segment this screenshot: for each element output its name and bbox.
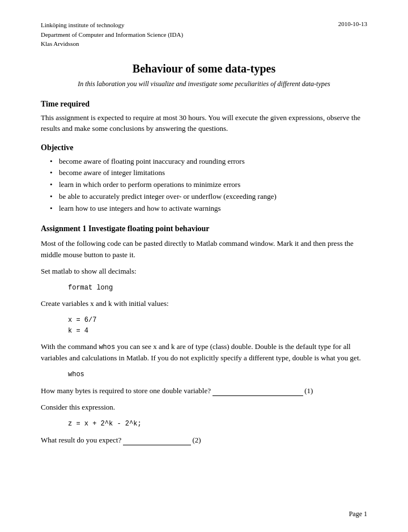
list-item: learn how to use integers and how to act… bbox=[50, 203, 367, 215]
author-line: Klas Arvidsson bbox=[41, 39, 183, 49]
list-item: become aware of integer limitations bbox=[50, 167, 367, 179]
objective-list: become aware of floating point inaccurac… bbox=[50, 156, 367, 215]
page-number: Page 1 bbox=[349, 510, 367, 518]
question2-text: What result do you expect? bbox=[41, 436, 121, 444]
set-matlab-text: Set matlab to show all decimals: bbox=[41, 266, 367, 277]
question1-number: (1) bbox=[304, 386, 313, 395]
question1-text: How many bytes is required to store one … bbox=[41, 386, 211, 395]
question2-number: (2) bbox=[192, 436, 201, 444]
whos-intro-text: With the command whos you can see x and … bbox=[41, 341, 367, 364]
create-vars-text: Create variables x and k with initial va… bbox=[41, 298, 367, 309]
header-date: 2010-10-13 bbox=[338, 20, 367, 27]
section-heading-objective: Objective bbox=[41, 143, 367, 152]
page-header: Linköping institute of technology Depart… bbox=[41, 20, 367, 49]
code-line-x: x = 6/7 bbox=[68, 315, 367, 326]
header-left: Linköping institute of technology Depart… bbox=[41, 20, 183, 49]
question1-answer-line bbox=[212, 385, 303, 397]
code-block-format: format long bbox=[68, 283, 367, 293]
department-line: Department of Computer and Information S… bbox=[41, 30, 183, 40]
list-item: become aware of floating point inaccurac… bbox=[50, 156, 367, 168]
code-line-k: k = 4 bbox=[68, 326, 367, 337]
page-title: Behaviour of some data-types bbox=[41, 62, 367, 75]
institution-line: Linköping institute of technology bbox=[41, 20, 183, 30]
section-heading-time: Time required bbox=[41, 100, 367, 109]
page: Linköping institute of technology Depart… bbox=[0, 0, 408, 532]
code-block-vars: x = 6/7 k = 4 bbox=[68, 315, 367, 337]
list-item: be able to accurately predict integer ov… bbox=[50, 191, 367, 203]
time-required-body: This assignment is expected to require a… bbox=[41, 112, 367, 134]
list-item: learn in which order to perform operatio… bbox=[50, 179, 367, 191]
question2-paragraph: What result do you expect? (2) bbox=[41, 434, 367, 446]
whos-inline-code: whos bbox=[99, 343, 115, 351]
code-block-whos: whos bbox=[68, 369, 367, 380]
assignment1-intro: Most of the following code can be pasted… bbox=[41, 238, 367, 260]
section-heading-assignment1: Assignment 1 Investigate floating point … bbox=[41, 224, 367, 233]
question1-paragraph: How many bytes is required to store one … bbox=[41, 385, 367, 397]
question2-answer-line bbox=[123, 434, 191, 446]
consider-text: Consider this expression. bbox=[41, 402, 367, 413]
page-subtitle: In this laboration you will visualize an… bbox=[41, 80, 367, 88]
code-block-z: z = x + 2^k - 2^k; bbox=[68, 419, 367, 429]
